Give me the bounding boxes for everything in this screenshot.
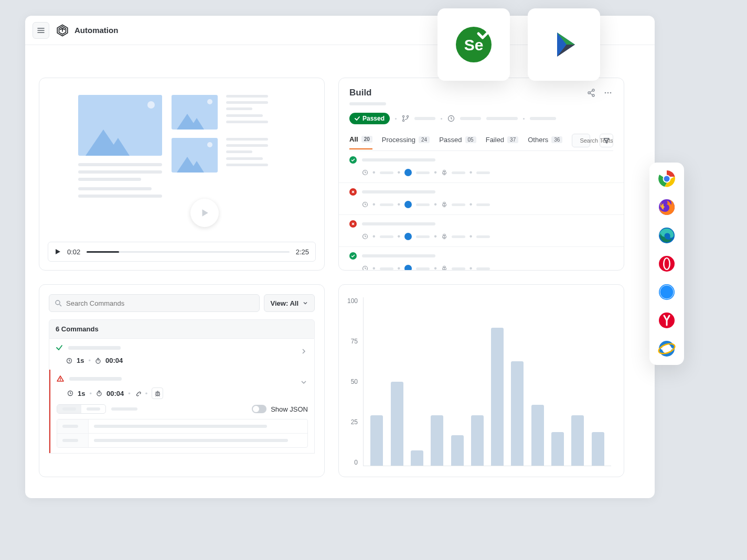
chart-bar bbox=[491, 328, 504, 466]
safari-icon bbox=[658, 283, 676, 301]
command-tag bbox=[57, 404, 106, 414]
svg-point-31 bbox=[665, 259, 669, 269]
thumbnail-small bbox=[172, 138, 218, 173]
filter-icon bbox=[603, 137, 610, 144]
video-scrubber[interactable] bbox=[87, 251, 289, 253]
browser-list bbox=[649, 163, 684, 365]
chart-bar bbox=[411, 450, 423, 466]
view-select[interactable]: View: All bbox=[264, 294, 315, 312]
chart-bar bbox=[370, 415, 383, 466]
branch-icon bbox=[402, 115, 409, 122]
svg-point-26 bbox=[664, 176, 670, 182]
chart-card: 1007550250 bbox=[338, 284, 624, 477]
svg-point-15 bbox=[56, 300, 60, 305]
svg-point-32 bbox=[659, 284, 675, 300]
more-button[interactable] bbox=[603, 88, 613, 98]
svg-point-7 bbox=[407, 115, 408, 117]
selenium-icon: Se bbox=[453, 24, 494, 65]
clock-icon bbox=[66, 358, 72, 364]
play-icon bbox=[200, 208, 209, 218]
tab-processing[interactable]: Processing24 bbox=[382, 136, 430, 149]
clock-icon bbox=[67, 390, 73, 396]
more-icon bbox=[604, 89, 612, 97]
svg-text:Se: Se bbox=[464, 36, 484, 53]
share-icon bbox=[587, 89, 595, 97]
thumbnail-small bbox=[172, 95, 218, 130]
command-item[interactable]: 1s • 00:04 • • bbox=[49, 370, 314, 453]
chrome-icon bbox=[658, 170, 676, 188]
show-json-label: Show JSON bbox=[271, 405, 308, 413]
play-small-icon[interactable] bbox=[55, 249, 61, 255]
build-card: Build Passed bbox=[338, 78, 624, 271]
svg-point-5 bbox=[610, 92, 612, 94]
video-preview-card: 0:02 2:25 bbox=[39, 78, 325, 271]
bug-button[interactable] bbox=[152, 387, 163, 399]
chart-bar bbox=[571, 415, 584, 466]
svg-point-2 bbox=[592, 94, 594, 96]
tab-failed[interactable]: Failed37 bbox=[486, 136, 519, 149]
tab-all[interactable]: All20 bbox=[349, 135, 372, 149]
edge-icon bbox=[658, 227, 676, 244]
filter-button[interactable] bbox=[600, 134, 613, 147]
video-current-time: 0:02 bbox=[67, 248, 80, 256]
command-detail-table bbox=[57, 419, 308, 448]
chart-bar bbox=[451, 435, 464, 466]
bar-chart bbox=[363, 297, 611, 466]
link-icon bbox=[135, 390, 141, 396]
chart-bar bbox=[531, 405, 544, 466]
chevron-down-icon bbox=[301, 379, 307, 385]
svg-point-8 bbox=[402, 120, 404, 121]
app-logo-icon bbox=[56, 24, 69, 37]
show-json-toggle[interactable] bbox=[252, 405, 266, 413]
commands-count: 6 Commands bbox=[49, 319, 315, 339]
ie-icon bbox=[658, 340, 676, 358]
search-tests-input[interactable] bbox=[572, 134, 590, 147]
chart-bar bbox=[431, 415, 443, 466]
selenium-card: Se bbox=[437, 8, 510, 81]
chevron-down-icon bbox=[303, 300, 308, 306]
search-commands-input[interactable] bbox=[49, 294, 260, 312]
video-controls: 0:02 2:25 bbox=[48, 242, 316, 262]
status-badge: Passed bbox=[349, 113, 390, 124]
commands-card: View: All 6 Commands 1s • 00:0 bbox=[39, 284, 325, 477]
yandex-icon bbox=[658, 311, 676, 329]
thumbnail-large bbox=[78, 95, 162, 156]
tab-passed[interactable]: Passed05 bbox=[439, 136, 476, 149]
video-duration: 2:25 bbox=[296, 248, 309, 256]
play-button[interactable] bbox=[190, 199, 219, 227]
stopwatch-icon bbox=[96, 390, 102, 396]
svg-point-6 bbox=[402, 115, 404, 117]
chart-bar bbox=[551, 432, 564, 466]
play-logo-icon bbox=[546, 26, 582, 63]
build-title: Build bbox=[349, 88, 372, 98]
share-button[interactable] bbox=[586, 88, 596, 98]
test-row[interactable]: •••• bbox=[339, 247, 624, 271]
svg-point-1 bbox=[588, 92, 590, 94]
chevron-right-icon bbox=[301, 348, 307, 354]
test-row[interactable]: •••• bbox=[339, 183, 624, 215]
clock-icon bbox=[447, 115, 455, 122]
bug-icon bbox=[154, 390, 161, 397]
tab-others[interactable]: Others36 bbox=[528, 136, 562, 149]
menu-button[interactable] bbox=[33, 22, 49, 39]
command-item[interactable]: 1s • 00:04 bbox=[49, 339, 314, 370]
build-tabs: All20Processing24Passed05Failed37Others3… bbox=[349, 134, 613, 151]
chart-bar bbox=[511, 361, 524, 466]
firefox-icon bbox=[658, 198, 676, 216]
svg-point-3 bbox=[605, 92, 606, 94]
chart-bar bbox=[391, 382, 403, 466]
check-icon bbox=[355, 116, 360, 121]
check-icon bbox=[56, 344, 63, 351]
test-row[interactable]: •••• bbox=[339, 215, 624, 247]
app-window: Automation bbox=[25, 16, 655, 498]
svg-point-0 bbox=[592, 89, 594, 91]
app-title: Automation bbox=[74, 26, 118, 35]
test-row[interactable]: •••• bbox=[339, 151, 624, 183]
stopwatch-icon bbox=[95, 358, 101, 364]
playwright-card bbox=[528, 8, 600, 81]
opera-icon bbox=[658, 255, 676, 273]
svg-point-4 bbox=[607, 92, 609, 94]
search-icon bbox=[55, 299, 62, 307]
hamburger-icon bbox=[37, 26, 45, 35]
chart-bar bbox=[592, 432, 604, 466]
